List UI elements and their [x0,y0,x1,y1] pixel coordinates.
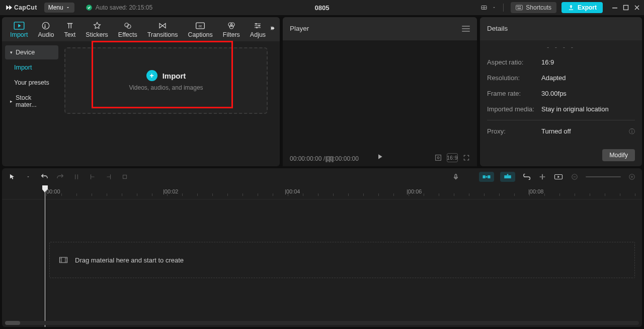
ruler-tick: |00:02 [163,188,178,194]
titlebar: CapCut Menu Auto saved: 20:15:05 0805 Sh… [0,0,644,15]
magnet-auto-toggle[interactable] [500,172,515,182]
zoom-slider[interactable] [586,176,621,177]
window-close-button[interactable] [634,5,640,11]
undo-button[interactable] [39,172,49,182]
ruler-minor-tick [258,193,258,196]
proxy-value: Turned off [541,127,571,136]
ruler-minor-tick [227,193,228,196]
ruler-minor-tick [152,193,152,196]
media-content-area: + Import Videos, audios, and images [61,41,280,166]
preview-render-icon[interactable] [553,172,564,182]
menu-button[interactable]: Menu [44,3,74,13]
align-clip-icon[interactable] [537,172,547,182]
magnet-main-toggle[interactable] [479,172,494,182]
chevron-down-icon [65,5,70,10]
export-button[interactable]: Export [561,2,603,13]
player-viewport: 00:00:00:00 / 00:00:00:00 16:9 [283,40,477,166]
mic-record-icon[interactable] [451,172,461,182]
tab-adjust[interactable]: Adjus [245,19,271,39]
app-logo-icon [5,4,12,11]
import-subtitle: Videos, audios, and images [129,84,203,91]
window-maximize-button[interactable] [623,5,629,11]
caret-right-icon: ▸ [10,99,13,104]
autosave-text: Auto saved: 20:15:05 [96,4,152,11]
ruler-minor-tick [182,193,183,196]
modify-button[interactable]: Modify [602,149,635,161]
redo-button[interactable] [55,172,65,182]
divider [503,4,504,12]
player-aspect-badge[interactable]: 16:9 [447,153,458,162]
audio-tab-icon [41,21,50,30]
ruler-minor-tick [137,193,137,196]
keyboard-icon [516,5,523,11]
sidebar-item-import[interactable]: Import [5,60,58,75]
timeline-scrollbar[interactable] [5,321,639,325]
resolution-label: Resolution: [487,74,541,82]
tab-audio-label: Audio [38,31,54,38]
timeline[interactable]: 00:00|00:02|00:04|00:06|00:08 Drag mater… [2,185,642,327]
ruler-minor-tick [499,193,500,196]
details-title: Details [480,17,642,40]
media-tabstrip: Import Audio Text Stickers Effects Trans… [2,17,280,41]
sidebar-group-stock[interactable]: ▸ Stock mater... [5,91,58,112]
svg-point-20 [229,25,233,29]
split-tool-icon[interactable] [71,172,82,182]
tab-filters[interactable]: Filters [218,19,245,39]
chevron-down-small-icon[interactable] [492,6,496,10]
tab-audio[interactable]: Audio [33,19,59,39]
tab-filters-label: Filters [223,31,240,38]
timeline-playhead[interactable] [45,185,45,327]
captions-tab-icon: cc [195,21,205,30]
ruler-minor-tick [544,193,545,196]
timeline-ruler[interactable]: 00:00|00:02|00:04|00:06|00:08 [2,185,642,200]
ruler-minor-tick [197,193,198,196]
zoom-out-icon[interactable] [570,172,580,182]
tab-transitions[interactable]: Transitions [142,19,183,39]
ruler-minor-tick [635,193,635,196]
ruler-minor-tick [318,193,318,196]
tab-captions[interactable]: cc Captions [183,19,217,39]
tabstrip-overflow-button[interactable] [268,25,277,34]
ruler-minor-tick [92,193,92,196]
cursor-dropdown-icon[interactable] [23,172,33,182]
ruler-minor-tick [424,193,424,196]
link-toggle-icon[interactable] [521,172,531,182]
svg-rect-8 [518,8,521,9]
effects-tab-icon [123,21,132,30]
details-panel: Details - - - - Aspect ratio: 16:9 Resol… [480,17,642,166]
sidebar-group-device[interactable]: ▾ Device [5,45,58,59]
player-title: Player [290,25,309,32]
ruler-minor-tick [46,193,47,196]
trim-right-icon[interactable] [104,172,114,182]
player-scale-icon[interactable] [433,153,444,162]
trim-left-icon[interactable] [88,172,98,182]
ruler-minor-tick [122,193,122,196]
cursor-tool-icon[interactable] [7,172,17,182]
window-minimize-button[interactable] [612,5,618,11]
player-fullscreen-icon[interactable] [461,153,472,162]
svg-point-0 [86,5,92,11]
sidebar-item-presets[interactable]: Your presets [5,76,58,90]
shortcuts-button[interactable]: Shortcuts [511,2,556,13]
layout-toggle-icon[interactable] [481,5,487,11]
player-panel: Player 00:00:00:00 / 00:00:00:00 16:9 [283,17,477,166]
crop-tool-icon[interactable] [120,172,130,182]
ruler-minor-tick [167,193,168,196]
resolution-value: Adapted [541,74,566,82]
player-menu-icon[interactable] [462,26,470,32]
zoom-in-icon[interactable] [627,172,637,182]
autosave-status: Auto saved: 20:15:05 [86,4,152,11]
proxy-info-icon[interactable]: ⓘ [629,127,635,136]
tab-import[interactable]: Import [5,19,33,39]
tab-stickers[interactable]: Stickers [80,19,113,39]
import-dropzone[interactable]: + Import Videos, audios, and images [64,47,268,114]
import-tab-icon [14,21,25,30]
ruler-minor-tick [409,193,409,196]
sidebar-presets-label: Your presets [14,79,49,86]
tab-effects[interactable]: Effects [113,19,142,39]
tab-text[interactable]: Text [59,19,80,39]
details-thumbnail-placeholder: - - - - [487,43,635,54]
svg-rect-30 [486,176,488,178]
svg-rect-31 [504,175,511,178]
timeline-drop-hint[interactable]: Drag material here and start to create [49,242,635,278]
